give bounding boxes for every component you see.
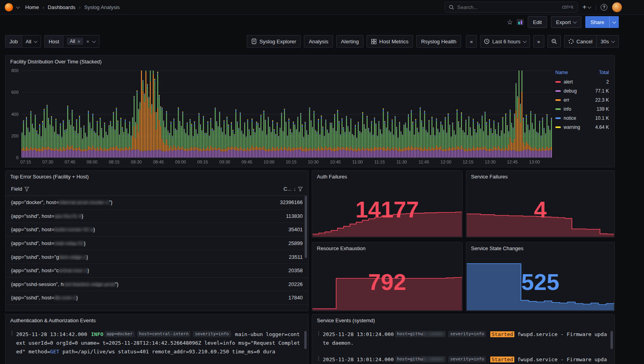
log-label-chip[interactable]: severity=info (448, 331, 486, 337)
search-input[interactable] (457, 4, 559, 10)
org-switcher-chevron-icon[interactable] (16, 5, 20, 9)
log-label-chip[interactable]: host=github-runner (395, 356, 446, 362)
log-label-chip[interactable]: severity=info (193, 331, 231, 337)
redacted-host: vps-fra-01 4 (54, 213, 82, 219)
filter-icon[interactable] (298, 187, 303, 191)
legend-item-err: err22.3 K (555, 95, 609, 104)
legend-series-total: 139 K (597, 106, 609, 112)
redacted-label: b-runner (423, 357, 444, 362)
time-range-picker[interactable]: Last 6 hours (480, 35, 530, 48)
link-host-metrics[interactable]: Host Metrics (367, 35, 413, 48)
panel-service-failures: Service Failures 4 (466, 170, 615, 238)
document-icon (251, 39, 257, 44)
log-link-text: GET (50, 349, 59, 355)
panel-title[interactable]: Service Events (systemd) (312, 314, 614, 326)
clear-all-icon[interactable]: × (86, 39, 89, 44)
log-label-chip[interactable]: app=docker (104, 331, 134, 337)
panel-title[interactable]: Authentication & Authorization Events (6, 314, 308, 326)
dashboard-links: Syslog Explorer Analysis Alerting Host M… (247, 35, 461, 48)
export-button[interactable]: Export (551, 16, 582, 28)
panel-title[interactable]: Service State Changes (466, 242, 614, 254)
legend-series-total: 77.1 K (595, 88, 609, 94)
field-column-header[interactable]: Field (11, 186, 22, 192)
zoom-out-icon (551, 39, 557, 44)
redacted-host: mail-relay-01 (54, 240, 84, 246)
host-variable-value[interactable]: All× × (63, 35, 99, 47)
log-label-chip[interactable]: severity=info (448, 356, 486, 362)
table-row: {app="sshd", host=vps-fra-01 4}113830 (6, 210, 308, 223)
log-label-chip[interactable]: host=github-runner (395, 331, 446, 337)
sort-desc-icon[interactable]: ↓ (294, 186, 296, 192)
time-shift-back-button[interactable]: « (466, 35, 477, 48)
link-syslog-explorer[interactable]: Syslog Explorer (247, 35, 301, 48)
link-analysis[interactable]: Analysis (304, 35, 333, 48)
legend-series-total: 10.1 K (595, 115, 609, 121)
legend-name-header[interactable]: Name (555, 70, 568, 75)
dashboard-toolbar: ☆ Edit Export Share (0, 15, 644, 29)
share-button[interactable]: Share (585, 16, 619, 28)
table-row: {app="sshd-session", host=bastion-edge-p… (6, 278, 308, 292)
edit-button[interactable]: Edit (528, 16, 547, 28)
star-icon[interactable]: ☆ (507, 19, 513, 26)
stat-value: 525 (521, 269, 560, 295)
panel-title[interactable]: Auth Failures (312, 171, 462, 182)
breadcrumb-home[interactable]: Home (25, 4, 39, 10)
cancel-refresh-button[interactable]: Cancel (564, 35, 596, 47)
legend-item-debug: debug77.1 K (555, 86, 609, 95)
refresh-interval-picker[interactable]: 30s (596, 35, 618, 47)
field-cell: {app="sshd-session", host=bastion-edge-p… (11, 281, 267, 287)
highlight-match: Started (490, 331, 514, 337)
legend-series-name[interactable]: warning (564, 124, 580, 130)
legend-item-notice: notice10.1 K (555, 113, 609, 123)
legend-total-header[interactable]: Total (599, 70, 609, 75)
log-row-menu-icon[interactable]: ⋮ (316, 330, 323, 347)
legend-series-name[interactable]: notice (564, 115, 576, 121)
add-new-button[interactable]: + (583, 3, 591, 11)
host-value-chip[interactable]: All× (67, 38, 83, 45)
panel-title[interactable]: Top Error Sources (Facility + Host) (6, 171, 308, 182)
link-rsyslog-health[interactable]: Rsyslog Health (416, 35, 461, 48)
host-variable-label: Host (45, 35, 63, 47)
job-variable-value[interactable]: All (22, 35, 41, 47)
panel-title[interactable]: Facility Distribution Over Time (Stacked… (6, 56, 614, 67)
chevron-down-icon (611, 39, 615, 43)
count-cell: 25899 (267, 240, 303, 246)
table-scrollbar[interactable] (305, 196, 307, 258)
link-alerting[interactable]: Alerting (336, 35, 363, 48)
logs-scrollbar[interactable] (304, 331, 307, 349)
top-nav: Home › Dashboards › Syslog Analysis ctrl… (0, 0, 644, 15)
logs-scrollbar[interactable] (610, 331, 613, 349)
count-column-header[interactable]: C... (283, 186, 291, 192)
series-color-dash (555, 81, 561, 83)
log-row-menu-icon[interactable]: ⋮ (9, 330, 16, 356)
count-cell: 20358 (267, 267, 303, 273)
breadcrumb-dashboards[interactable]: Dashboards (48, 4, 75, 10)
zoom-out-button[interactable] (547, 35, 561, 48)
stacked-bar-chart[interactable] (8, 67, 554, 165)
insights-icon[interactable] (517, 19, 524, 25)
grafana-logo-icon[interactable] (5, 3, 13, 11)
legend-series-name[interactable]: alert (564, 79, 573, 85)
time-shift-forward-button[interactable]: » (533, 35, 544, 48)
search-bar[interactable]: ctrl+k (445, 2, 578, 13)
user-avatar[interactable] (612, 2, 622, 12)
series-color-dash (555, 126, 561, 128)
legend-series-name[interactable]: err (564, 97, 570, 103)
log-row: ⋮2025-11-28 13:01:24.000host=github-runn… (316, 351, 608, 364)
series-color-dash (555, 99, 561, 101)
help-icon[interactable]: ? (601, 4, 607, 11)
legend-series-name[interactable]: info (564, 106, 571, 112)
legend-series-total: 22.3 K (595, 97, 609, 103)
log-row-menu-icon[interactable]: ⋮ (316, 355, 323, 364)
share-menu-chevron-icon[interactable] (609, 16, 619, 28)
remove-value-icon[interactable]: × (78, 39, 81, 44)
filter-icon[interactable] (24, 187, 29, 191)
panel-auth-events-logs: Authentication & Authorization Events ⋮2… (5, 314, 309, 364)
chart-legend: Name Total alert2debug77.1 Kerr22.3 Kinf… (554, 67, 612, 165)
chevron-down-icon (573, 20, 577, 24)
log-label-chip[interactable]: host=central-intern (137, 331, 191, 337)
panel-title[interactable]: Service Failures (466, 171, 614, 182)
panel-title[interactable]: Resource Exhaustion (312, 242, 462, 254)
highlight-match: Started (490, 357, 514, 362)
legend-series-name[interactable]: debug (564, 88, 577, 94)
